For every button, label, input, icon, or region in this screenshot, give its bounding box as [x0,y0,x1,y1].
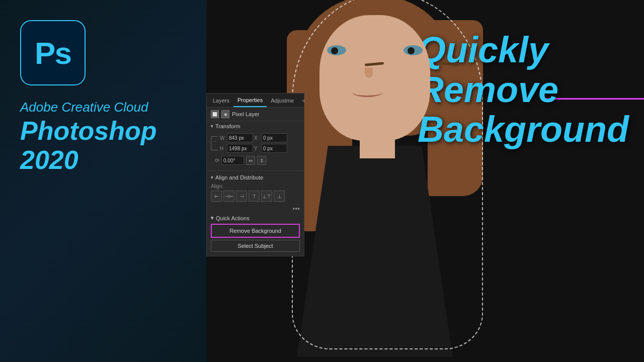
align-right-btn[interactable]: ⊣ [236,191,247,202]
product-year: 2020 [20,145,78,175]
align-distribute-label: Align and Distribute [215,174,263,180]
align-middle-btn[interactable]: ⊥⊤ [261,191,272,202]
quick-actions-label: Quick Actions [216,215,250,221]
title-line-3: Background [418,110,629,149]
product-name: Photoshop [20,117,157,145]
link-icon: ⌒ [211,136,218,150]
layer-name-label: Pixel Layer [232,111,259,117]
brand-label: Adobe Creative Cloud [20,100,148,115]
y-label: Y [254,146,260,151]
panel-tabs: Layers Properties Adjustme » [207,94,304,108]
tab-properties[interactable]: Properties [233,94,267,107]
quick-actions-arrow: ▾ [211,215,214,221]
transform-arrow: ▾ [211,124,213,129]
align-section: Align: ⊢ ⊣⊢ ⊣ ⊤ ⊥⊤ ⊥ [207,183,304,204]
align-left-btn[interactable]: ⊢ [211,191,222,202]
align-header[interactable]: ▾ Align and Distribute [207,172,304,183]
more-options-btn[interactable]: ••• [207,204,304,214]
quick-actions-header: ▾ Quick Actions [211,215,300,221]
layer-header: ⬜ ◉ Pixel Layer [207,108,304,121]
align-arrow: ▾ [211,175,213,180]
align-top-btn[interactable]: ⊤ [249,191,260,202]
align-icons: ⊢ ⊣⊢ ⊣ ⊤ ⊥⊤ ⊥ [211,191,300,202]
transform-row-wh: ⌒ W X H Y [211,133,300,153]
properties-panel: Layers Properties Adjustme » ⬜ ◉ Pixel L… [206,93,304,256]
y-input[interactable] [261,144,287,153]
title-overlay: Quickly Remove Background [418,30,629,150]
ps-logo: Ps [20,20,86,85]
remove-background-button[interactable]: Remove Background [211,224,300,238]
ps-logo-text: Ps [35,35,71,71]
flip-h-btn[interactable]: ⇔ [246,156,255,165]
align-label: Align: [211,184,300,189]
flip-v-btn[interactable]: ⇕ [257,156,266,165]
width-group: W X [220,133,300,142]
transform-header[interactable]: ▾ Transform [207,121,304,131]
neck [360,138,395,158]
height-group: H Y [220,144,300,153]
face [319,15,430,141]
x-label: X [254,135,260,141]
tab-adjustments[interactable]: Adjustme [267,95,298,107]
tab-more[interactable]: » [298,94,309,107]
mouth [352,88,382,97]
nose [365,68,373,78]
w-label: W [220,135,226,141]
eyes [327,45,423,55]
transform-content: ⌒ W X H Y ⟳ ⇔ ⇕ [207,131,304,169]
quick-actions-section: ▾ Quick Actions Remove Background Select… [207,214,304,256]
select-subject-button[interactable]: Select Subject [211,240,300,252]
transform-controls: ⟳ ⇔ ⇕ [211,155,300,166]
x-input[interactable] [261,133,287,142]
rotate-icon: ⟳ [215,157,219,164]
left-section: Ps Adobe Creative Cloud Photoshop 2020 [0,0,206,362]
divider-1 [207,170,304,171]
title-line-2: Remove [418,70,629,110]
tab-layers[interactable]: Layers [209,95,233,107]
eyebrow-left [365,62,384,66]
height-input[interactable] [227,144,253,153]
align-bottom-btn[interactable]: ⊥ [274,191,285,202]
eye-left [327,45,346,55]
layer-icon-pixel: ◉ [221,110,229,118]
align-center-btn[interactable]: ⊣⊢ [223,191,234,202]
eye-right [404,45,423,55]
h-label: H [220,146,226,151]
layer-icon-image: ⬜ [211,110,219,118]
angle-input[interactable] [221,156,244,165]
transform-label: Transform [215,123,240,129]
width-input[interactable] [227,133,253,142]
